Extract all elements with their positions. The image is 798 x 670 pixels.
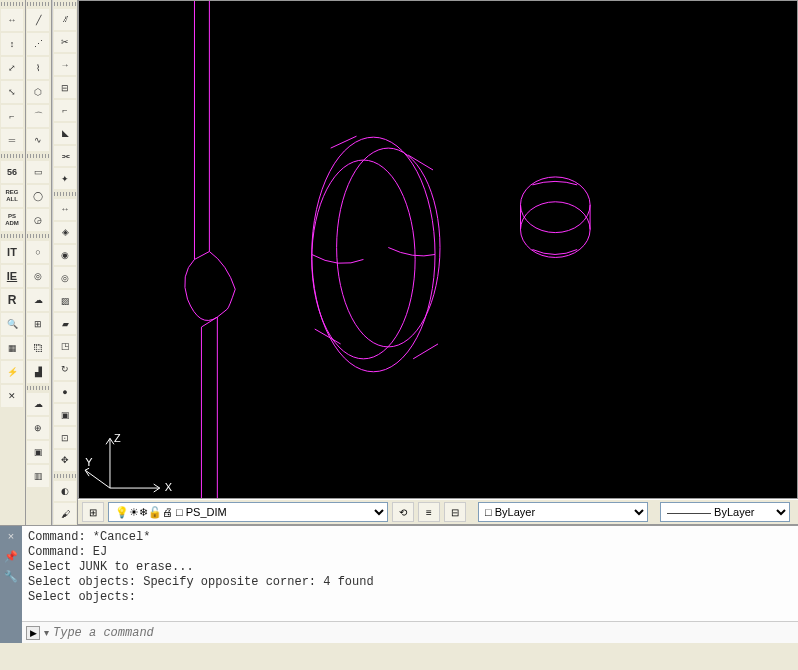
cube-icon[interactable]: ◳ (54, 336, 76, 357)
ps-adm-icon[interactable]: PS ADM (1, 209, 23, 231)
arc-icon[interactable]: ⌒ (27, 105, 49, 127)
donut-icon[interactable]: ◎ (27, 265, 49, 287)
layer-match-button[interactable]: ≡ (418, 502, 440, 522)
command-input[interactable] (53, 626, 794, 640)
layer-iso-button[interactable]: ⊟ (444, 502, 466, 522)
layer-previous-button[interactable]: ⟲ (392, 502, 414, 522)
lightning-icon[interactable]: ⚡ (1, 361, 23, 383)
toolbar-grip (1, 154, 24, 158)
dim-angular-x-icon[interactable]: ⤢ (1, 57, 23, 79)
command-line: Command: *Cancel* (28, 530, 792, 545)
box-green-icon[interactable]: ▥ (27, 465, 49, 487)
svg-point-14 (521, 202, 591, 258)
mirror-icon[interactable]: ▟ (27, 361, 49, 383)
layer-manager-button[interactable]: ⊞ (82, 502, 104, 522)
break-icon[interactable]: ⊟ (54, 77, 76, 98)
toolbar-grip (27, 386, 50, 390)
ucs-z-label: Z (114, 432, 121, 444)
join-icon[interactable]: ⫘ (54, 146, 76, 167)
toolbar-grip (27, 234, 50, 238)
dim-angular-y-icon[interactable]: ⤡ (1, 81, 23, 103)
svg-line-19 (85, 470, 110, 488)
ucs-icon (85, 438, 160, 492)
svg-point-13 (521, 177, 591, 233)
extend-icon[interactable]: → (54, 54, 76, 75)
layer-manage-icon[interactable]: ▦ (1, 337, 23, 359)
rotate3d-icon[interactable]: ↻ (54, 359, 76, 380)
section-56-icon[interactable]: 56 (1, 161, 23, 183)
toolbar-grip (1, 234, 24, 238)
drawing-viewport[interactable]: X Y Z (78, 0, 798, 499)
linetype-select[interactable]: ———— ByLayer (660, 502, 790, 522)
command-input-row: ▶ ▾ (22, 621, 798, 643)
trim-icon[interactable]: ✂ (54, 32, 76, 53)
command-sidebar: × 📌 🔧 (0, 526, 22, 643)
dim-ordinate-icon[interactable]: ⌐ (1, 105, 23, 127)
toolbar-grip (27, 154, 50, 158)
command-close-button[interactable]: × (3, 530, 19, 546)
command-window: × 📌 🔧 Command: *Cancel* Command: EJ Sele… (0, 525, 798, 643)
toolbar-grip (1, 2, 24, 6)
toolbar-grip (54, 192, 76, 196)
align-icon[interactable]: ⊡ (54, 427, 76, 448)
text-edit-icon[interactable]: IT (1, 241, 23, 263)
hatch-icon[interactable]: ▨ (54, 290, 76, 311)
concentric-icon[interactable]: ◎ (54, 267, 76, 288)
toolbar-grip (54, 2, 76, 6)
spline-icon[interactable]: ∿ (27, 129, 49, 151)
circle3-icon[interactable]: ◶ (27, 209, 49, 231)
chamfer-icon[interactable]: ◣ (54, 123, 76, 144)
drawing-canvas[interactable]: X Y Z (79, 1, 797, 498)
reg-all-icon[interactable]: REG ALL (1, 185, 23, 207)
dim-baseline-icon[interactable]: ═ (1, 129, 23, 151)
stretch-icon[interactable]: ↔ (54, 199, 76, 220)
svg-line-2 (194, 251, 209, 259)
ellipse-icon[interactable]: ◯ (27, 185, 49, 207)
command-pin-button[interactable]: 📌 (3, 550, 19, 566)
fillet-icon[interactable]: ⌐ (54, 100, 76, 121)
polyline-icon[interactable]: ⌇ (27, 57, 49, 79)
layer-select[interactable]: 💡☀❄🔓🖨 □ PS_DIM (108, 502, 388, 522)
solid-icon[interactable]: ▰ (54, 313, 76, 334)
polygon-icon[interactable]: ⬡ (27, 81, 49, 103)
plus-icon[interactable]: ⊕ (27, 417, 49, 439)
text-r-icon[interactable]: R (1, 289, 23, 311)
ucs-y-label: Y (85, 456, 93, 468)
command-settings-button[interactable]: 🔧 (3, 570, 19, 586)
region-icon[interactable]: ◈ (54, 222, 76, 243)
dim-linear-y-icon[interactable]: ↕ (1, 33, 23, 55)
offset-icon[interactable]: ⫽ (54, 9, 76, 30)
ucs-x-label: X (165, 481, 173, 493)
box3d-icon[interactable]: ▣ (54, 404, 76, 425)
explode-icon[interactable]: ✦ (54, 168, 76, 189)
rect-icon[interactable]: ▭ (27, 161, 49, 183)
box-blue-icon[interactable]: ▣ (27, 441, 49, 463)
toolbar-column-1: ↔ ↕ ⤢ ⤡ ⌐ ═ 56 REG ALL PS ADM IT IE R 🔍 … (0, 0, 26, 525)
revcloud-icon[interactable]: ☁ (27, 289, 49, 311)
command-prompt-icon[interactable]: ▶ (26, 626, 40, 640)
render-icon[interactable]: ◐ (54, 481, 76, 502)
cloud2-icon[interactable]: ☁ (27, 393, 49, 415)
array-icon[interactable]: ⊞ (27, 313, 49, 335)
circle-b-icon[interactable]: ◉ (54, 245, 76, 266)
line-icon[interactable]: ╱ (27, 9, 49, 31)
toolbar-grip (27, 2, 50, 6)
command-line: Select objects: Specify opposite corner:… (28, 575, 792, 590)
zoom-icon[interactable]: 🔍 (1, 313, 23, 335)
command-line: Select JUNK to erase... (28, 560, 792, 575)
move3d-icon[interactable]: ✥ (54, 450, 76, 471)
layer-properties-bar: ⊞ 💡☀❄🔓🖨 □ PS_DIM ⟲ ≡ ⊟ □ ByLayer ———— By… (78, 499, 798, 525)
dim-linear-x-icon[interactable]: ↔ (1, 9, 23, 31)
circle-icon[interactable]: ○ (27, 241, 49, 263)
paint-icon[interactable]: 🖌 (54, 503, 76, 524)
toolbar-column-2: ╱ ⋰ ⌇ ⬡ ⌒ ∿ ▭ ◯ ◶ ○ ◎ ☁ ⊞ ⿻ ▟ ☁ ⊕ ▣ ▥ (26, 0, 52, 525)
copy-icon[interactable]: ⿻ (27, 337, 49, 359)
sphere-icon[interactable]: ● (54, 382, 76, 403)
construction-line-icon[interactable]: ⋰ (27, 33, 49, 55)
command-recent-dropdown[interactable]: ▾ (44, 627, 49, 638)
command-history[interactable]: Command: *Cancel* Command: EJ Select JUN… (22, 526, 798, 621)
text-edit-u-icon[interactable]: IE (1, 265, 23, 287)
toolbar-column-3: ⫽ ✂ → ⊟ ⌐ ◣ ⫘ ✦ ↔ ◈ ◉ ◎ ▨ ▰ ◳ ↻ ● ▣ ⊡ ✥ … (52, 0, 78, 525)
color-select[interactable]: □ ByLayer (478, 502, 648, 522)
delete-icon[interactable]: ✕ (1, 385, 23, 407)
